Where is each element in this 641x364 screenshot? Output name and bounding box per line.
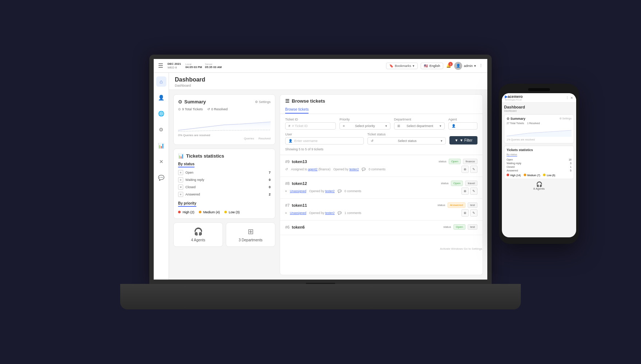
- chevron-down-icon: ▾: [440, 124, 441, 128]
- priority-list: High (2) Medium (4) Low (3: [178, 210, 271, 214]
- agent-input[interactable]: 👤: [448, 122, 477, 130]
- phone-more-icon[interactable]: ⋮: [566, 96, 569, 100]
- sidebar: ⌂ 👤 🌐 ⚙ 📊 ✕ 💬: [154, 73, 169, 280]
- user-label: User: [285, 132, 364, 136]
- agent-group: Agent 👤: [448, 118, 477, 130]
- department-select[interactable]: ⊞ Select department ▾: [394, 122, 445, 130]
- opener-link[interactable]: tester2: [325, 211, 335, 215]
- status-select[interactable]: ↺ Select status ▾: [367, 137, 446, 145]
- unassigned-link[interactable]: Unassigned: [290, 189, 306, 193]
- sidebar-item-home[interactable]: ⌂: [156, 76, 166, 87]
- phone-answered-row: Answered5: [507, 169, 571, 172]
- bookmarks-button[interactable]: 🔖 Bookmarks ▾: [386, 63, 418, 69]
- phone-frame: ▶acemero Technologies Pvt.Ltd ⋮ ✕ Dashbo…: [499, 84, 579, 244]
- admin-menu[interactable]: 👤 admin ▾: [454, 62, 476, 70]
- summary-settings-link[interactable]: ⚙ Settings: [255, 100, 271, 104]
- user-input[interactable]: 👤 Enter username: [285, 137, 364, 145]
- phone-close-icon[interactable]: ✕: [570, 96, 573, 100]
- date-display: DEC 2021 WED 8: [168, 62, 181, 69]
- opener-link[interactable]: tester2: [325, 189, 335, 193]
- topbar: ☰ DEC 2021 WED 8 Local 04:05 03 PM Serve…: [154, 59, 487, 73]
- priority-icon: ≡: [343, 124, 345, 128]
- more-options-icon[interactable]: ⋮: [479, 63, 483, 68]
- edit-action[interactable]: ✎: [470, 187, 477, 195]
- dashboard-grid: ⊙ Summary ⚙ Settings ⊙: [169, 90, 487, 280]
- ticket-item: #8 token12 status Open travel: [280, 177, 483, 199]
- copy-action[interactable]: ⊕: [461, 187, 469, 195]
- copy-action[interactable]: ⊕: [461, 209, 469, 217]
- sidebar-item-tools[interactable]: ✕: [156, 157, 166, 167]
- ticket-icon: ⊙: [178, 107, 181, 111]
- summary-icon: ⊙: [178, 99, 182, 104]
- status-placeholder: Select status: [398, 139, 417, 143]
- comment-icon: 💬: [338, 211, 342, 215]
- language-button[interactable]: 🇺🇸 English: [421, 63, 444, 69]
- opener-link[interactable]: tester2: [349, 167, 359, 171]
- dept-badge: finance: [463, 159, 477, 164]
- chevron-down-icon: ▾: [441, 139, 443, 143]
- phone-settings-link[interactable]: ⚙ Settings: [559, 117, 571, 120]
- queries-resolved: 0% Queries are resolved: [178, 134, 271, 137]
- phone-summary-card: ⊙ Summary ⚙ Settings 27 Total Tickets 1 …: [504, 114, 574, 143]
- edit-action[interactable]: ✎: [470, 209, 477, 217]
- filter-button[interactable]: ▼ ▼ Filter: [449, 136, 477, 145]
- dept-badge: test: [468, 202, 477, 208]
- chevron-down-icon: ▾: [413, 64, 414, 68]
- menu-toggle[interactable]: ☰: [158, 62, 163, 69]
- low-priority: Low (3): [224, 210, 240, 214]
- summary-stats: ⊙ 9 Total Tickets ↺ 0 Resolved: [178, 107, 271, 111]
- ticket-name: token11: [292, 203, 307, 207]
- comment-count: 0 comments: [345, 189, 361, 193]
- ticket-item: #7 token11 status Answered test: [280, 199, 483, 221]
- departments-card: ⊞ 3 Departments: [226, 222, 275, 247]
- user-group: User 👤 Enter username: [285, 132, 364, 145]
- dept-badge: test: [468, 224, 477, 230]
- sidebar-item-settings[interactable]: ⚙: [156, 124, 166, 135]
- open-count: 7: [269, 171, 271, 174]
- main-layout: ⌂ 👤 🌐 ⚙ 📊 ✕ 💬 Dashboard Dashboard: [154, 73, 487, 280]
- ticket-actions: ⊕ ✎: [461, 187, 477, 195]
- phone-screen: ▶acemero Technologies Pvt.Ltd ⋮ ✕ Dashbo…: [502, 93, 576, 237]
- agent-link[interactable]: agent2: [308, 167, 318, 171]
- chevron-down-icon: ▾: [385, 124, 387, 128]
- user-placeholder: Enter username: [294, 139, 318, 143]
- edit-action[interactable]: ✎: [470, 166, 477, 173]
- tickets-list: #9 token13 status Open finance: [280, 155, 483, 275]
- sidebar-item-users[interactable]: 👤: [156, 92, 166, 103]
- high-priority-label: High (2): [183, 210, 194, 214]
- hash-icon: #: [288, 124, 290, 128]
- assign-icon: ↺: [285, 167, 288, 171]
- by-status-section: By status ≡ Open 7: [178, 162, 271, 198]
- department-group: Department ⊞ Select department ▾: [394, 118, 445, 130]
- notification-bell[interactable]: 🔔 1: [446, 63, 451, 68]
- browse-tab[interactable]: Browse tickets: [285, 106, 308, 114]
- filter-row-2: User 👤 Enter username Ticket status: [285, 132, 477, 145]
- status-label: status: [443, 225, 451, 229]
- medium-priority-dot: [199, 211, 201, 213]
- sidebar-item-chat[interactable]: 💬: [156, 173, 166, 183]
- results-info: Showing 5 to 5 of 9 tickets: [285, 147, 477, 151]
- phone-camera: [528, 88, 550, 91]
- copy-action[interactable]: ⊕: [461, 166, 469, 173]
- browse-header: ☰ Browse tickets Browse tickets: [280, 95, 483, 114]
- browse-title: ☰ Browse tickets: [285, 98, 477, 104]
- ticket-id-input[interactable]: # # Ticket ID: [285, 122, 336, 130]
- summary-title: ⊙ Summary: [178, 99, 206, 104]
- ticket-number: #9: [285, 159, 290, 164]
- total-tickets-stat: ⊙ 9 Total Tickets: [178, 107, 203, 111]
- filter-row-1: Ticket ID # # Ticket ID Priority: [285, 118, 477, 130]
- medium-priority-label: Medium (4): [203, 210, 220, 214]
- sidebar-item-globe[interactable]: 🌐: [156, 108, 166, 119]
- phone-summary-icon: ⊙: [507, 117, 510, 120]
- unassigned-icon: ≡: [285, 189, 287, 193]
- unassigned-link[interactable]: Unassigned: [290, 211, 306, 215]
- stats-icon: 📊: [178, 153, 184, 159]
- priority-select[interactable]: ≡ Select priority ▾: [339, 122, 390, 130]
- avatar: 👤: [454, 62, 462, 70]
- sidebar-item-reports[interactable]: 📊: [156, 141, 166, 151]
- status-badge: Open: [449, 159, 461, 164]
- ticket-name: token6: [292, 225, 304, 229]
- headphones-icon: 🎧: [194, 227, 203, 236]
- phone-medium: Medium (7): [524, 174, 540, 177]
- high-priority-dot: [178, 211, 181, 213]
